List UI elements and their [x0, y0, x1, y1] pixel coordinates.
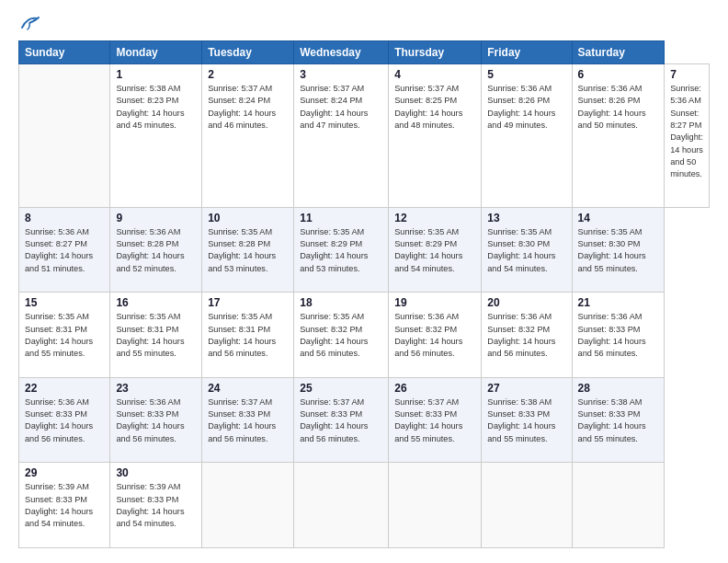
- day-cell: 14Sunrise: 5:35 AM Sunset: 8:30 PM Dayli…: [572, 207, 665, 293]
- day-number: 13: [487, 212, 565, 224]
- day-cell: 5Sunrise: 5:36 AM Sunset: 8:26 PM Daylig…: [482, 64, 572, 208]
- header-day-thursday: Thursday: [389, 41, 482, 64]
- day-cell: 3Sunrise: 5:37 AM Sunset: 8:24 PM Daylig…: [294, 64, 389, 208]
- day-cell: 15Sunrise: 5:35 AM Sunset: 8:31 PM Dayli…: [19, 293, 110, 378]
- day-cell: 16Sunrise: 5:35 AM Sunset: 8:31 PM Dayli…: [110, 293, 202, 378]
- day-info: Sunrise: 5:39 AM Sunset: 8:33 PM Dayligh…: [25, 481, 104, 530]
- day-number: 27: [487, 382, 565, 395]
- day-number: 14: [578, 212, 659, 224]
- day-number: 22: [25, 382, 104, 395]
- day-cell: 21Sunrise: 5:36 AM Sunset: 8:33 PM Dayli…: [572, 293, 665, 378]
- day-number: 12: [394, 212, 475, 224]
- day-info: Sunrise: 5:35 AM Sunset: 8:32 PM Dayligh…: [300, 311, 382, 360]
- day-info: Sunrise: 5:36 AM Sunset: 8:27 PM Dayligh…: [25, 226, 104, 275]
- day-cell: 19Sunrise: 5:36 AM Sunset: 8:32 PM Dayli…: [389, 293, 482, 378]
- day-number: 11: [300, 212, 382, 224]
- day-cell: 27Sunrise: 5:38 AM Sunset: 8:33 PM Dayli…: [482, 377, 572, 463]
- day-info: Sunrise: 5:36 AM Sunset: 8:32 PM Dayligh…: [394, 311, 475, 360]
- day-number: 25: [300, 382, 382, 395]
- day-cell: 11Sunrise: 5:35 AM Sunset: 8:29 PM Dayli…: [294, 207, 389, 293]
- day-cell: 8Sunrise: 5:36 AM Sunset: 8:27 PM Daylig…: [19, 207, 110, 293]
- day-info: Sunrise: 5:37 AM Sunset: 8:33 PM Dayligh…: [208, 396, 288, 445]
- day-cell: 25Sunrise: 5:37 AM Sunset: 8:33 PM Dayli…: [294, 377, 389, 463]
- day-info: Sunrise: 5:35 AM Sunset: 8:29 PM Dayligh…: [300, 226, 382, 275]
- page: SundayMondayTuesdayWednesdayThursdayFrid…: [0, 0, 728, 563]
- week-row-1: 8Sunrise: 5:36 AM Sunset: 8:27 PM Daylig…: [19, 207, 710, 293]
- day-number: 28: [578, 382, 659, 395]
- day-number: 26: [394, 382, 475, 395]
- header-day-saturday: Saturday: [572, 41, 665, 64]
- day-cell: 1Sunrise: 5:38 AM Sunset: 8:23 PM Daylig…: [110, 64, 202, 208]
- day-cell: 7Sunrise: 5:36 AM Sunset: 8:27 PM Daylig…: [665, 64, 710, 208]
- header: [18, 15, 710, 31]
- day-number: 7: [670, 68, 703, 81]
- day-cell: 26Sunrise: 5:37 AM Sunset: 8:33 PM Dayli…: [389, 377, 482, 463]
- day-info: Sunrise: 5:36 AM Sunset: 8:27 PM Dayligh…: [670, 83, 703, 181]
- day-number: 6: [578, 68, 659, 81]
- day-info: Sunrise: 5:38 AM Sunset: 8:33 PM Dayligh…: [487, 396, 565, 445]
- day-info: Sunrise: 5:37 AM Sunset: 8:33 PM Dayligh…: [394, 396, 475, 445]
- day-number: 17: [208, 296, 288, 309]
- day-cell: 22Sunrise: 5:36 AM Sunset: 8:33 PM Dayli…: [19, 377, 110, 463]
- day-number: 23: [116, 382, 196, 395]
- day-cell: 30Sunrise: 5:39 AM Sunset: 8:33 PM Dayli…: [110, 463, 202, 548]
- day-cell: 24Sunrise: 5:37 AM Sunset: 8:33 PM Dayli…: [202, 377, 294, 463]
- header-day-tuesday: Tuesday: [202, 41, 294, 64]
- day-number: 24: [208, 382, 288, 395]
- day-number: 18: [300, 296, 382, 309]
- header-row: SundayMondayTuesdayWednesdayThursdayFrid…: [19, 41, 710, 64]
- day-info: Sunrise: 5:37 AM Sunset: 8:24 PM Dayligh…: [208, 83, 288, 132]
- day-cell: [389, 463, 482, 548]
- day-number: 30: [116, 466, 196, 479]
- day-info: Sunrise: 5:35 AM Sunset: 8:31 PM Dayligh…: [25, 311, 104, 360]
- header-day-friday: Friday: [482, 41, 572, 64]
- day-info: Sunrise: 5:36 AM Sunset: 8:33 PM Dayligh…: [578, 311, 659, 360]
- day-cell: 6Sunrise: 5:36 AM Sunset: 8:26 PM Daylig…: [572, 64, 665, 208]
- day-cell: 18Sunrise: 5:35 AM Sunset: 8:32 PM Dayli…: [294, 293, 389, 378]
- header-day-sunday: Sunday: [19, 41, 110, 64]
- day-info: Sunrise: 5:38 AM Sunset: 8:33 PM Dayligh…: [578, 396, 659, 445]
- day-number: 20: [487, 296, 565, 309]
- day-cell: 23Sunrise: 5:36 AM Sunset: 8:33 PM Dayli…: [110, 377, 202, 463]
- logo: [18, 15, 40, 31]
- week-row-3: 22Sunrise: 5:36 AM Sunset: 8:33 PM Dayli…: [19, 377, 710, 463]
- day-info: Sunrise: 5:36 AM Sunset: 8:32 PM Dayligh…: [487, 311, 565, 360]
- day-number: 9: [116, 212, 196, 224]
- week-row-0: 1Sunrise: 5:38 AM Sunset: 8:23 PM Daylig…: [19, 64, 710, 208]
- day-cell: 17Sunrise: 5:35 AM Sunset: 8:31 PM Dayli…: [202, 293, 294, 378]
- day-number: 29: [25, 466, 104, 479]
- day-cell: 2Sunrise: 5:37 AM Sunset: 8:24 PM Daylig…: [202, 64, 294, 208]
- day-info: Sunrise: 5:36 AM Sunset: 8:33 PM Dayligh…: [25, 396, 104, 445]
- day-info: Sunrise: 5:35 AM Sunset: 8:31 PM Dayligh…: [116, 311, 196, 360]
- day-info: Sunrise: 5:35 AM Sunset: 8:28 PM Dayligh…: [208, 226, 288, 275]
- day-cell: 20Sunrise: 5:36 AM Sunset: 8:32 PM Dayli…: [482, 293, 572, 378]
- header-day-wednesday: Wednesday: [294, 41, 389, 64]
- day-info: Sunrise: 5:37 AM Sunset: 8:33 PM Dayligh…: [300, 396, 382, 445]
- day-info: Sunrise: 5:35 AM Sunset: 8:31 PM Dayligh…: [208, 311, 288, 360]
- day-info: Sunrise: 5:37 AM Sunset: 8:24 PM Dayligh…: [300, 83, 382, 132]
- day-cell: [294, 463, 389, 548]
- day-cell: 29Sunrise: 5:39 AM Sunset: 8:33 PM Dayli…: [19, 463, 110, 548]
- day-number: 8: [25, 212, 104, 224]
- day-info: Sunrise: 5:39 AM Sunset: 8:33 PM Dayligh…: [116, 481, 196, 530]
- day-cell: 10Sunrise: 5:35 AM Sunset: 8:28 PM Dayli…: [202, 207, 294, 293]
- day-cell: 13Sunrise: 5:35 AM Sunset: 8:30 PM Dayli…: [482, 207, 572, 293]
- day-cell: 28Sunrise: 5:38 AM Sunset: 8:33 PM Dayli…: [572, 377, 665, 463]
- day-number: 16: [116, 296, 196, 309]
- day-cell: 4Sunrise: 5:37 AM Sunset: 8:25 PM Daylig…: [389, 64, 482, 208]
- week-row-4: 29Sunrise: 5:39 AM Sunset: 8:33 PM Dayli…: [19, 463, 710, 548]
- day-cell: 12Sunrise: 5:35 AM Sunset: 8:29 PM Dayli…: [389, 207, 482, 293]
- day-number: 15: [25, 296, 104, 309]
- day-number: 1: [116, 68, 196, 81]
- day-number: 5: [487, 68, 565, 81]
- day-info: Sunrise: 5:36 AM Sunset: 8:28 PM Dayligh…: [116, 226, 196, 275]
- day-number: 21: [578, 296, 659, 309]
- calendar-table: SundayMondayTuesdayWednesdayThursdayFrid…: [18, 40, 710, 548]
- day-cell: [572, 463, 665, 548]
- day-info: Sunrise: 5:35 AM Sunset: 8:30 PM Dayligh…: [578, 226, 659, 275]
- day-cell: [202, 463, 294, 548]
- day-number: 19: [394, 296, 475, 309]
- day-info: Sunrise: 5:37 AM Sunset: 8:25 PM Dayligh…: [394, 83, 475, 132]
- day-info: Sunrise: 5:36 AM Sunset: 8:33 PM Dayligh…: [116, 396, 196, 445]
- day-cell: [19, 64, 110, 208]
